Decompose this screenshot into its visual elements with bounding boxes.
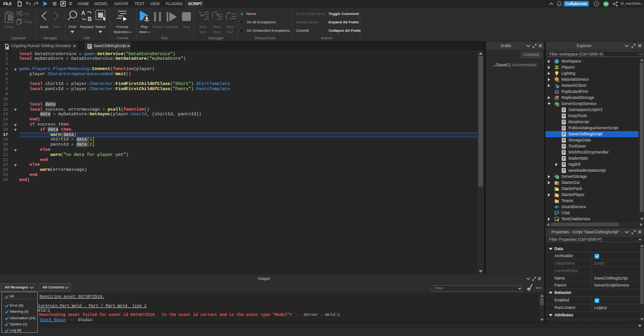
svg-text:A: A bbox=[81, 10, 85, 16]
svg-text:B: B bbox=[88, 16, 92, 22]
svg-text:?: ? bbox=[595, 2, 598, 6]
